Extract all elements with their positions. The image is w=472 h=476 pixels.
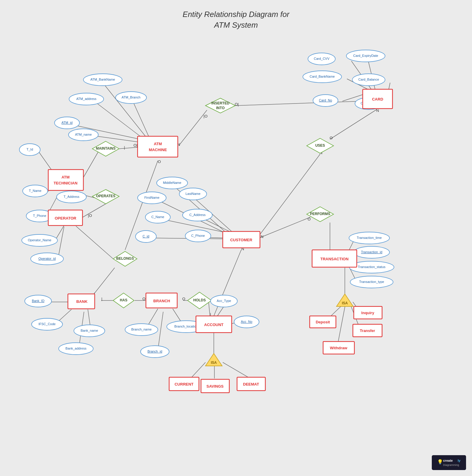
entity-bank-label: BANK	[76, 299, 88, 304]
entity-savings-label: SAVINGS	[206, 384, 224, 389]
attr-operator-id-label: Operator_id	[38, 257, 56, 260]
entity-atm-machine-label2: MACHINE	[149, 148, 167, 152]
entity-withdraw-label: Withdraw	[330, 346, 348, 350]
svg-line-78	[330, 109, 377, 139]
attr-t-phone-label: T_Phone	[33, 214, 46, 217]
attr-atm-name-label: ATM_name	[75, 133, 92, 136]
svg-text:O: O	[158, 159, 161, 164]
attr-t-id-label: T_Id	[27, 148, 33, 151]
svg-line-41	[191, 362, 205, 378]
attr-bank-name-label: Bank_name	[81, 329, 98, 332]
svg-line-18	[76, 226, 113, 259]
svg-line-36	[208, 300, 210, 316]
rel-maintains-label: MAINTAINS	[96, 146, 116, 151]
isa-transaction-label: ISA	[342, 301, 348, 305]
entity-atm-machine	[138, 136, 178, 157]
svg-text:|: |	[124, 145, 125, 150]
attr-middle-name-label: MiddleName	[163, 181, 181, 184]
attr-branch-id-label: Branch_id	[147, 350, 162, 353]
entity-branch-label: BRANCH	[153, 299, 170, 303]
entity-transfer-label: Transfer	[360, 328, 375, 333]
svg-text:O: O	[308, 217, 311, 221]
entity-deemat-label: DEEMAT	[243, 382, 259, 386]
rel-inserted-into-label: INSERTED	[211, 101, 230, 105]
rel-operates-label: OPERATES	[96, 194, 115, 198]
svg-text:O: O	[330, 136, 333, 140]
svg-text:O|: O|	[133, 143, 138, 148]
watermark-brand1: create	[443, 459, 453, 462]
svg-text:|O: |O	[88, 213, 92, 218]
entity-atm-technician-label2: TECHNICIAN	[54, 181, 77, 185]
svg-line-0	[103, 83, 146, 137]
entity-current-label: CURRENT	[175, 382, 194, 386]
svg-line-43	[223, 362, 250, 378]
attr-card-bankname-label: Card_BankName	[310, 75, 335, 78]
attr-ifsc-label: IFSC_Code	[38, 322, 55, 326]
attr-last-name-label: LastName	[186, 192, 200, 195]
attr-trans-id-label: Transaction_id	[361, 250, 382, 254]
attr-card-balance-label: Card_Balance	[358, 78, 379, 81]
svg-text:N: N	[376, 108, 379, 113]
svg-line-19	[92, 268, 115, 296]
rel-performs-label: PERFORMS	[310, 212, 330, 216]
svg-line-70	[235, 101, 363, 106]
svg-text:|: |	[101, 297, 102, 301]
attr-t-name-label: T_Name	[29, 189, 41, 192]
attr-operator-name-label: Operator_Name	[28, 238, 52, 242]
attr-c-phone-label: C_Phone	[191, 234, 205, 237]
diagram-container: Entity Relationship Diagram for ATM Syst…	[0, 0, 472, 476]
svg-line-33	[158, 312, 163, 350]
entity-operator-label: OPERATOR	[55, 216, 77, 220]
svg-text:|O: |O	[203, 114, 208, 118]
svg-line-4	[91, 135, 140, 142]
attr-trans-type-label: Transaction_type	[359, 280, 384, 284]
attr-atm-id-label: ATM_id	[61, 121, 72, 124]
svg-line-76	[389, 83, 390, 90]
attr-card-expiry-label: Card_ExpiryDate	[353, 54, 378, 57]
attr-t-address-label: T_Address	[63, 195, 80, 198]
rel-has-label: HAS	[120, 298, 127, 302]
svg-line-51	[259, 217, 310, 238]
watermark-sub: Diagramming	[443, 464, 459, 466]
attr-branch-name-label: Branch_name	[131, 328, 152, 331]
attr-first-name-label: FirstName	[144, 196, 160, 199]
attr-c-address-label: C_Address	[189, 213, 206, 217]
attr-c-name-label: C_Name	[151, 215, 164, 219]
watermark-brand2: ly	[458, 459, 461, 462]
attr-atm-bankname-label: ATM_BankName	[91, 78, 115, 81]
rel-belongs-label: BELONGS	[116, 256, 134, 261]
attr-bank-address-label: Bank_address	[66, 347, 87, 350]
entity-card-label: CARD	[372, 97, 383, 101]
attr-branch-location-label: Branch_location	[175, 325, 198, 328]
attr-card-no-label: Card_No	[319, 98, 332, 102]
attr-trans-time-label: Transaction_time	[357, 236, 382, 239]
attr-atm-address-label: ATM_address	[76, 97, 96, 101]
attr-acc-type-label: Acc_Type	[217, 299, 231, 303]
attr-trans-status-label: Transaction_status	[358, 265, 386, 269]
isa-account-label: ISA	[211, 361, 217, 365]
entity-atm-machine-label1: ATM	[154, 142, 162, 146]
entity-atm-technician-label1: ATM	[61, 175, 69, 179]
svg-text:O|: O|	[235, 102, 239, 107]
rel-holds-label: HOLDS	[193, 298, 206, 302]
svg-text:O: O	[182, 297, 185, 301]
attr-card-cvv-label: Card_CVV	[314, 57, 330, 60]
entity-transaction-label: TRANSACTION	[320, 257, 349, 261]
rel-uses-label: USES	[315, 143, 325, 148]
rel-inserted-into	[205, 98, 235, 113]
erd-svg: | O| |O | O |	[0, 0, 472, 476]
attr-c-id-label: C_id	[143, 234, 149, 238]
svg-line-17	[58, 227, 64, 258]
entity-inquiry-label: Inquiry	[361, 311, 374, 315]
entity-account-label: ACCOUNT	[204, 322, 224, 327]
entity-customer-label: CUSTOMER	[230, 238, 253, 242]
attr-atm-branch-label: ATM_Branch	[121, 95, 140, 99]
svg-line-81	[259, 154, 320, 236]
rel-inserted-into-label2: INTO	[216, 106, 225, 110]
entity-atm-technician	[48, 170, 83, 190]
entity-deposit-label: Deposit	[316, 320, 330, 324]
svg-line-2	[133, 101, 149, 137]
svg-text:N: N	[261, 234, 263, 239]
attr-acc-no-label: Acc_No	[241, 320, 253, 323]
watermark-icon: 💡	[437, 459, 443, 465]
